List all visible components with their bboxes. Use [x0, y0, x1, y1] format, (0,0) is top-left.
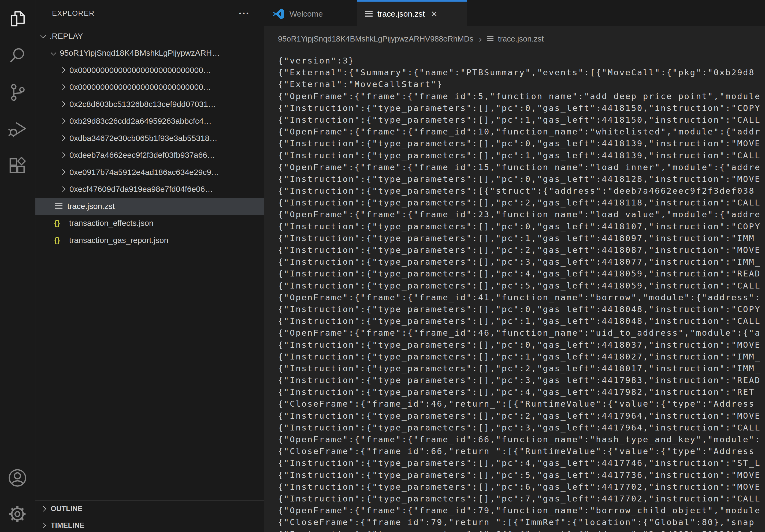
code-line[interactable]: {"version":3} [278, 55, 765, 67]
tree-item[interactable]: 0xecf47609d7da919ea98e7fd04f6e06… [35, 181, 264, 198]
code-line[interactable]: {"OpenFrame":{"frame":{"frame_id":15,"fu… [278, 161, 765, 173]
close-icon[interactable]: × [431, 9, 437, 19]
tree-item-label: trace.json.zst [67, 202, 115, 211]
explorer-icon[interactable] [0, 0, 35, 37]
code-line[interactable]: {"Instruction":{"type_parameters":[],"pc… [278, 244, 765, 256]
file-tree: .REPLAY 95oR1YipjSnqd18K4BMshkLgPijypwzA… [35, 28, 264, 249]
run-and-debug-icon[interactable] [0, 111, 35, 148]
code-line[interactable]: {"Instruction":{"type_parameters":["u64"… [278, 528, 765, 532]
code-line[interactable]: {"External":"MoveCallStart"} [278, 78, 765, 90]
code-line[interactable]: {"Instruction":{"type_parameters":[],"pc… [278, 197, 765, 208]
code-line[interactable]: {"Instruction":{"type_parameters":[],"pc… [278, 493, 765, 504]
code-line[interactable]: {"OpenFrame":{"frame":{"frame_id":41,"fu… [278, 291, 765, 303]
code-line[interactable]: {"OpenFrame":{"frame":{"frame_id":79,"fu… [278, 504, 765, 516]
code-line[interactable]: {"Instruction":{"type_parameters":[],"pc… [278, 303, 765, 315]
code-line[interactable]: {"OpenFrame":{"frame":{"frame_id":23,"fu… [278, 208, 765, 220]
code-line[interactable]: {"Instruction":{"type_parameters":[],"pc… [278, 280, 765, 291]
code-line[interactable]: {"Instruction":{"type_parameters":[],"pc… [278, 469, 765, 481]
code-line[interactable]: {"Instruction":{"type_parameters":[],"pc… [278, 137, 765, 149]
breadcrumb-file[interactable]: trace.json.zst [498, 35, 543, 43]
sidebar-section-outline[interactable]: OUTLINE [35, 500, 264, 517]
tree-item[interactable]: 0xdeeb7a4662eec9f2f3def03fb937a66… [35, 147, 264, 164]
activity-bar [0, 0, 35, 532]
code-line[interactable]: {"Instruction":{"type_parameters":[],"pc… [278, 232, 765, 244]
tree-item[interactable]: 95oR1YipjSnqd18K4BMshkLgPijypwzARH… [35, 45, 264, 62]
chevron-icon [60, 152, 65, 158]
code-line[interactable]: {"Instruction":{"type_parameters":[],"pc… [278, 457, 765, 469]
tree-item-label: 0x2c8d603bc51326b8c13cef9dd07031… [69, 100, 216, 109]
code-line[interactable]: {"Instruction":{"type_parameters":[],"pc… [278, 351, 765, 363]
section-label: OUTLINE [51, 505, 83, 513]
tree-item-label: 0xe0917b74a5912e4ad186ac634e29c9… [69, 168, 219, 177]
sidebar-section-timeline[interactable]: TIMELINE [35, 517, 264, 532]
tree-item[interactable]: .REPLAY [35, 28, 264, 45]
tree-item[interactable]: 0xdba34672e30cb065b1f93e3ab55318… [35, 130, 264, 147]
breadcrumb-folder[interactable]: 95oR1YipjSnqd18K4BMshkLgPijypwzARHV988eR… [278, 35, 473, 43]
file-lines-icon [487, 36, 493, 42]
tab-welcome[interactable]: Welcome [264, 0, 357, 26]
chevron-icon [60, 169, 65, 175]
tree-item-label: 0xb29d83c26cdd2a64959263abbcfc4… [69, 117, 212, 126]
code-line[interactable]: {"Instruction":{"type_parameters":[],"pc… [278, 315, 765, 327]
code-line[interactable]: {"OpenFrame":{"frame":{"frame_id":66,"fu… [278, 433, 765, 445]
code-line[interactable]: {"Instruction":{"type_parameters":[],"pc… [278, 220, 765, 232]
chevron-icon [51, 50, 56, 56]
tree-item-label: 0xecf47609d7da919ea98e7fd04f6e06… [69, 184, 213, 194]
tree-item[interactable]: 0x0000000000000000000000000000… [35, 62, 264, 79]
tree-item[interactable]: {} transaction_gas_report.json [35, 232, 264, 249]
tree-item[interactable]: 0x0000000000000000000000000000… [35, 79, 264, 96]
chevron-icon [60, 67, 65, 73]
more-actions-icon[interactable]: ••• [239, 10, 250, 16]
settings-gear-icon[interactable] [0, 496, 35, 532]
extensions-icon[interactable] [0, 148, 35, 185]
code-line[interactable]: {"CloseFrame":{"frame_id":46,"return_":[… [278, 398, 765, 409]
code-line[interactable]: {"Instruction":{"type_parameters":[],"pc… [278, 149, 765, 161]
tree-item-label: .REPLAY [50, 32, 83, 41]
code-line[interactable]: {"OpenFrame":{"frame":{"frame_id":10,"fu… [278, 126, 765, 137]
tree-item-label: 95oR1YipjSnqd18K4BMshkLgPijypwzARH… [60, 49, 220, 58]
code-line[interactable]: {"Instruction":{"type_parameters":[],"pc… [278, 363, 765, 374]
tree-item[interactable]: 0x2c8d603bc51326b8c13cef9dd07031… [35, 96, 264, 113]
source-control-icon[interactable] [0, 74, 35, 111]
code-line[interactable]: {"CloseFrame":{"frame_id":66,"return_":[… [278, 445, 765, 457]
tree-item-label: 0xdeeb7a4662eec9f2f3def03fb937a66… [69, 150, 215, 160]
code-line[interactable]: {"Instruction":{"type_parameters":[],"pc… [278, 481, 765, 493]
code-line[interactable]: {"Instruction":{"type_parameters":[],"pc… [278, 256, 765, 268]
code-line[interactable]: {"Instruction":{"type_parameters":[],"pc… [278, 173, 765, 185]
code-line[interactable]: {"OpenFrame":{"frame":{"frame_id":46,"fu… [278, 327, 765, 339]
code-line[interactable]: {"Instruction":{"type_parameters":[],"pc… [278, 374, 765, 386]
tree-item-label: transaction_gas_report.json [69, 236, 168, 245]
chevron-right-icon [40, 523, 46, 528]
code-line[interactable]: {"Instruction":{"type_parameters":[],"pc… [278, 102, 765, 114]
code-line[interactable]: {"Instruction":{"type_parameters":[{"str… [278, 185, 765, 197]
chevron-icon [60, 119, 65, 124]
code-line[interactable]: {"Instruction":{"type_parameters":[],"pc… [278, 410, 765, 421]
tree-item[interactable]: {} transaction_effects.json [35, 215, 264, 232]
code-line[interactable]: {"External":{"Summary":{"name":"PTBSumma… [278, 67, 765, 78]
tree-item-label: 0x0000000000000000000000000000… [69, 83, 211, 92]
code-line[interactable]: {"Instruction":{"type_parameters":[],"pc… [278, 268, 765, 279]
sidebar-title: EXPLORER [52, 9, 95, 18]
tree-item[interactable]: 0xb29d83c26cdd2a64959263abbcfc4… [35, 113, 264, 130]
tree-item[interactable]: 0xe0917b74a5912e4ad186ac634e29c9… [35, 164, 264, 181]
section-label: TIMELINE [51, 521, 84, 530]
chevron-right-icon [40, 506, 46, 512]
tab-label: Welcome [290, 9, 323, 19]
breadcrumb-separator-icon: › [479, 34, 482, 44]
code-line[interactable]: {"CloseFrame":{"frame_id":79,"return_":[… [278, 516, 765, 528]
code-line[interactable]: {"OpenFrame":{"frame":{"frame_id":5,"fun… [278, 90, 765, 102]
code-line[interactable]: {"Instruction":{"type_parameters":[],"pc… [278, 114, 765, 126]
editor-content[interactable]: {"version":3}{"External":{"Summary":{"na… [264, 51, 765, 532]
tab-trace-json-zst[interactable]: trace.json.zst × [357, 0, 467, 26]
chevron-icon [40, 33, 46, 38]
code-line[interactable]: {"Instruction":{"type_parameters":[],"pc… [278, 386, 765, 398]
code-line[interactable]: {"Instruction":{"type_parameters":[],"pc… [278, 339, 765, 351]
tab-bar: Welcome trace.json.zst × [264, 0, 765, 26]
tree-item[interactable]: trace.json.zst [35, 198, 264, 215]
code-line[interactable]: {"Instruction":{"type_parameters":[],"pc… [278, 421, 765, 433]
breadcrumb: 95oR1YipjSnqd18K4BMshkLgPijypwzARHV988eR… [264, 26, 765, 51]
chevron-icon [60, 101, 65, 107]
vscode-window: EXPLORER ••• .REPLAY 95oR1YipjSnqd18K4BM… [0, 0, 765, 532]
search-icon[interactable] [0, 37, 35, 74]
account-icon[interactable] [0, 460, 35, 496]
